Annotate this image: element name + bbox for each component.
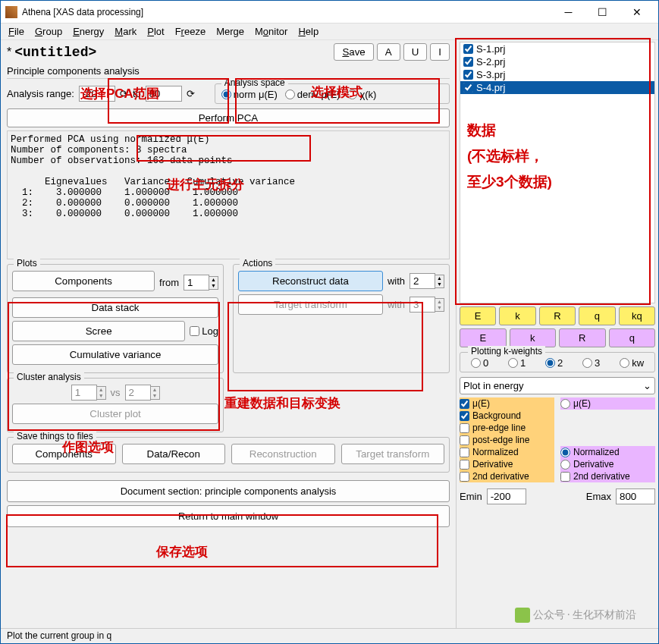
plots-title: Plots: [14, 258, 40, 269]
cluster-plot-button[interactable]: Cluster plot: [12, 404, 218, 424]
menu-mark[interactable]: Mark: [110, 24, 141, 39]
opt-bg[interactable]: Background: [460, 410, 554, 422]
btn-q-p[interactable]: q: [609, 328, 656, 347]
data-stack-button[interactable]: Data stack: [12, 297, 218, 318]
kw-kw[interactable]: kw: [620, 357, 644, 369]
menu-plot[interactable]: Plot: [143, 24, 168, 39]
btn-k-y[interactable]: k: [499, 306, 535, 325]
opt-deriv[interactable]: Derivative: [460, 458, 554, 470]
section-title: Principle components analysis: [7, 64, 450, 79]
emax-input[interactable]: [616, 488, 655, 504]
radio-norm[interactable]: norm μ(E): [221, 89, 278, 100]
components-button[interactable]: Components: [12, 271, 155, 291]
close-button[interactable]: ✕: [620, 2, 654, 23]
range-reload2-icon[interactable]: ⟳: [187, 88, 195, 99]
save-reconstruction-button[interactable]: Reconstruction: [231, 444, 335, 464]
file-item: S-3.prj: [460, 68, 654, 81]
wechat-icon: [515, 608, 530, 623]
range-to-input[interactable]: [146, 86, 182, 102]
range-reload-icon[interactable]: ⟳: [120, 88, 128, 99]
menu-freeze[interactable]: Freeze: [171, 24, 211, 39]
reconstruct-spinner[interactable]: ▲▼: [410, 273, 444, 289]
menu-help[interactable]: Help: [293, 24, 323, 39]
i-button[interactable]: I: [430, 43, 450, 61]
btn-k-p[interactable]: k: [510, 328, 557, 347]
kweights-title: Plotting k-weights: [468, 346, 545, 357]
to-label: to: [133, 88, 141, 99]
file-item: S-1.prj: [460, 42, 654, 55]
plot-mode-select[interactable]: Plot in energy ⌄: [460, 377, 655, 394]
btn-E-y[interactable]: E: [460, 306, 496, 325]
target-transform-button[interactable]: Target transform: [238, 294, 383, 315]
chevron-down-icon: ⌄: [643, 380, 651, 391]
target-spinner[interactable]: ▲▼: [410, 297, 444, 313]
cluster-b-spinner[interactable]: ▲▼: [125, 385, 160, 401]
save-datarec-button[interactable]: Data/Recon: [122, 444, 226, 464]
window-title: Athena [XAS data processing]: [22, 7, 551, 17]
cum-var-button[interactable]: Cumulative variance: [12, 344, 218, 365]
file-item: S-2.prj: [460, 55, 654, 68]
from-label: from: [159, 277, 179, 288]
statusbar: Plot the current group in q: [1, 628, 658, 643]
opt-pre[interactable]: pre-edge line: [460, 422, 554, 434]
cluster-a-spinner[interactable]: ▲▼: [71, 385, 106, 401]
btn-R-p[interactable]: R: [559, 328, 606, 347]
opt-post[interactable]: post-edge line: [460, 434, 554, 446]
btn-kq-y[interactable]: kq: [619, 306, 655, 325]
opt2-norm[interactable]: Normalized: [560, 446, 655, 458]
maximize-button[interactable]: ☐: [585, 2, 620, 23]
opt-2der[interactable]: 2nd derivative: [460, 470, 554, 482]
menu-energy[interactable]: Energy: [68, 24, 108, 39]
log-checkbox[interactable]: Log: [190, 325, 218, 337]
titlebar: Athena [XAS data processing] ─ ☐ ✕: [1, 1, 658, 24]
kw-1[interactable]: 1: [508, 357, 526, 369]
opt-norm[interactable]: Normalized: [460, 446, 554, 458]
opt-muE[interactable]: μ(E): [460, 397, 554, 410]
opt2-2der[interactable]: 2nd derivative: [560, 470, 655, 482]
btn-R-y[interactable]: R: [539, 306, 576, 325]
reconstruct-button[interactable]: Reconstruct data: [238, 271, 383, 291]
menu-merge[interactable]: Merge: [212, 24, 249, 39]
menubar: File Group Energy Mark Plot Freeze Merge…: [1, 24, 658, 40]
radio-chik[interactable]: χ(k): [347, 89, 376, 100]
emin-label: Emin: [460, 491, 482, 502]
opt2-muE[interactable]: μ(E): [560, 397, 655, 410]
perform-pca-button[interactable]: Perform PCA: [7, 108, 450, 127]
opt2-deriv[interactable]: Derivative: [560, 458, 655, 470]
minimize-button[interactable]: ─: [551, 2, 585, 23]
radio-deriv[interactable]: deriv μ(E): [285, 89, 340, 100]
kw-0[interactable]: 0: [471, 357, 488, 369]
console-output: Performed PCA using normalized μ(E) Numb…: [7, 130, 450, 259]
file-list[interactable]: S-1.prj S-2.prj S-3.prj S-4.prj: [460, 42, 655, 303]
app-icon: [5, 6, 17, 18]
a-button[interactable]: A: [377, 43, 400, 61]
emin-input[interactable]: [487, 488, 526, 504]
with-label: with: [388, 275, 405, 287]
file-item-selected: S-4.prj: [460, 81, 654, 94]
save-button[interactable]: Save: [334, 43, 373, 61]
menu-file[interactable]: File: [4, 24, 29, 39]
with2-label: with: [388, 299, 405, 310]
watermark: 公众号 · 生化环材前沿: [515, 608, 637, 623]
save-components-button[interactable]: Components: [12, 444, 116, 464]
save-target-button[interactable]: Target transform: [341, 444, 445, 464]
btn-q-y[interactable]: q: [579, 306, 615, 325]
menu-monitor[interactable]: Monitor: [250, 24, 292, 39]
menu-group[interactable]: Group: [30, 24, 67, 39]
save-title: Save things to files: [14, 431, 96, 441]
project-name: <untitled>: [14, 45, 96, 60]
u-button[interactable]: U: [403, 43, 428, 61]
btn-E-p[interactable]: E: [460, 328, 507, 347]
cluster-title: Cluster analysis: [14, 372, 84, 382]
kw-2[interactable]: 2: [545, 357, 563, 369]
emax-label: Emax: [586, 491, 611, 502]
range-from-input[interactable]: [79, 86, 115, 102]
vs-label: vs: [111, 387, 121, 398]
scree-button[interactable]: Scree: [12, 321, 185, 341]
doc-section-button[interactable]: Document section: principle components a…: [7, 480, 450, 502]
actions-title: Actions: [240, 258, 275, 269]
return-button[interactable]: Return to main window: [7, 505, 450, 527]
space-legend: Analysis space: [221, 77, 288, 88]
kw-3[interactable]: 3: [582, 357, 600, 369]
from-spinner[interactable]: ▲▼: [184, 275, 218, 291]
